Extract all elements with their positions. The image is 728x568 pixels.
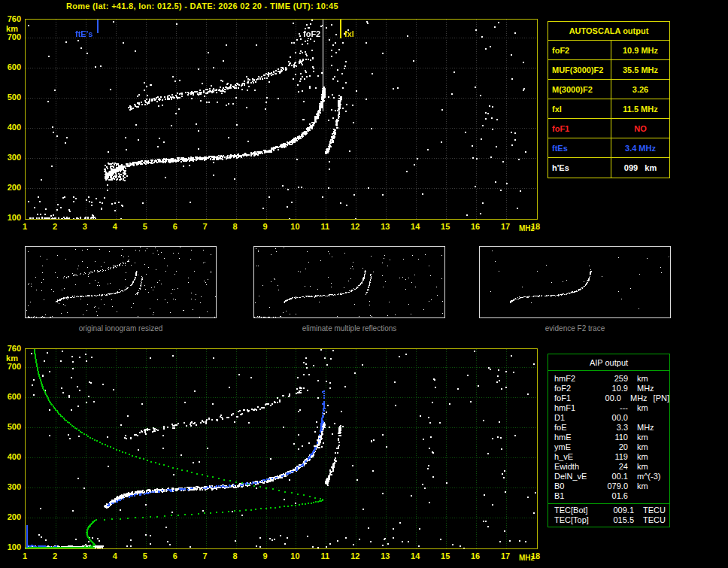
x-tick-label: 14 (408, 222, 423, 231)
hmf1-unit: km (637, 403, 648, 413)
x-tick-label: 8 (228, 222, 243, 231)
thumbnail-f2-trace (479, 246, 671, 318)
muf3000f2-label: MUF(3000)F2 (548, 60, 611, 79)
y-tick-label: 600 (0, 392, 23, 401)
foe-unit: MHz (637, 423, 654, 433)
y-tick-label: 200 (0, 512, 23, 521)
table-row: B1 01.6 (554, 491, 669, 501)
table-row: DelN_vE 00.1 m^(-3) (554, 472, 669, 481)
x-axis-unit: MHz (519, 224, 535, 232)
yme-label: ymE (554, 442, 601, 452)
fof1-unit: MHz (630, 393, 648, 403)
y-tick-label: 700 (0, 362, 23, 371)
y-tick-label: 500 (0, 93, 23, 102)
y-tick-label: 500 (0, 422, 23, 431)
yme-value: 20 (601, 442, 628, 452)
y-axis-unit: km (0, 354, 23, 363)
table-row: MUF(3000)F2 35.5 MHz (548, 60, 669, 80)
table-row: foF2 10.9 MHz (548, 41, 669, 60)
thumbnail-canvas-f2 (480, 247, 670, 317)
x-tick-label: 1 (17, 222, 32, 231)
x-tick-label: 16 (468, 222, 483, 231)
fof2-value: 10.9 (601, 384, 628, 393)
fof2-value: 10.9 MHz (611, 41, 669, 59)
hmf1-value: --- (601, 403, 628, 413)
ionogram-plot-bottom (25, 348, 538, 549)
ewidth-value: 24 (601, 462, 628, 472)
x-tick-label: 13 (378, 551, 393, 560)
x-axis-unit: MHz (519, 554, 535, 562)
ionogram-canvas-top (26, 20, 537, 219)
table-row: TEC[Top] 015.5 TECU (554, 515, 669, 525)
x-tick-label: 2 (47, 551, 62, 560)
delnve-value: 00.1 (601, 472, 628, 481)
x-tick-label: 16 (468, 551, 483, 560)
delnve-unit: m^(-3) (637, 472, 660, 481)
thumbnail-eliminate-reflections (253, 246, 445, 318)
table-row: M(3000)F2 3.26 (548, 80, 669, 99)
autoscala-table-title: AUTOSCALA output (548, 22, 669, 41)
tec-bot-unit: TECU (643, 506, 666, 515)
ewidth-label: Ewidth (554, 462, 601, 472)
x-tick-label: 10 (287, 551, 302, 560)
x-tick-label: 9 (258, 222, 273, 231)
x-tick-label: 4 (108, 222, 123, 231)
fof2-label: foF2 (548, 41, 611, 59)
b0-unit: km (637, 481, 648, 491)
tec-top-value: 015.5 (607, 515, 634, 525)
x-tick-label: 17 (498, 551, 513, 560)
header-title: Rome (lat: +41.8, lon: 012.5) - DATE: 20… (66, 2, 338, 11)
m3000f2-label: M(3000)F2 (548, 80, 611, 99)
x-tick-label: 15 (438, 551, 453, 560)
y-tick-label: 700 (0, 32, 23, 41)
table-row: ymE 20 km (554, 442, 669, 452)
fxl-label: fxl (548, 99, 611, 118)
table-row: foF1 00.0 MHz [PN] (554, 393, 669, 403)
x-tick-label: 4 (108, 551, 123, 560)
ewidth-unit: km (637, 462, 648, 472)
x-tick-label: 3 (77, 222, 93, 231)
aip-table-title: AIP output (548, 354, 669, 371)
delnve-label: DelN_vE (554, 472, 601, 481)
b1-label: B1 (554, 491, 601, 501)
table-row: hmF1 --- km (554, 403, 669, 413)
x-tick-label: 1 (17, 551, 32, 560)
thumbnail-caption: evidence F2 trace (479, 324, 671, 333)
x-tick-label: 10 (287, 222, 302, 231)
autoscala-screen: Rome (lat: +41.8, lon: 012.5) - DATE: 20… (0, 0, 728, 568)
y-tick-label: 400 (0, 452, 23, 461)
tec-bot-label: TEC[Bot] (554, 506, 607, 515)
fof2-label: foF2 (554, 384, 601, 393)
x-tick-label: 11 (317, 222, 332, 231)
autoscala-output-table: AUTOSCALA output foF2 10.9 MHz MUF(3000)… (548, 21, 670, 178)
hme-value: 110 (601, 433, 628, 442)
tec-bot-value: 009.1 (607, 506, 634, 515)
ionogram-canvas-bottom (26, 349, 537, 548)
table-row: B0 079.0 km (554, 481, 669, 491)
hes-label: h'Es (548, 158, 611, 178)
thumbnail-original-ionogram (25, 246, 217, 318)
thumbnail-canvas-reflections (254, 247, 444, 317)
y-tick-label: 100 (0, 213, 23, 222)
y-tick-label: 760 (0, 344, 23, 353)
fxl-value: 11.5 MHz (611, 99, 669, 118)
b0-value: 079.0 (601, 481, 628, 491)
fof1-value: NO (611, 119, 669, 138)
b0-label: B0 (554, 481, 601, 491)
hmf2-unit: km (637, 374, 648, 384)
table-row: hmF2 259 km (554, 374, 669, 384)
hve-unit: km (637, 452, 648, 462)
table-row: fxl 11.5 MHz (548, 99, 669, 119)
x-tick-label: 5 (138, 222, 153, 231)
table-row: D1 00.0 (554, 413, 669, 423)
d1-value: 00.0 (601, 413, 628, 423)
y-tick-label: 300 (0, 482, 23, 491)
fof1-value: 00.0 (596, 393, 621, 403)
hmf2-label: hmF2 (554, 374, 601, 384)
y-tick-label: 600 (0, 62, 23, 71)
thumbnail-canvas-original (26, 247, 216, 317)
table-row: foF2 10.9 MHz (554, 384, 669, 393)
y-tick-label: 760 (0, 14, 23, 23)
muf3000f2-value: 35.5 MHz (611, 60, 669, 79)
table-row: hmE 110 km (554, 433, 669, 442)
